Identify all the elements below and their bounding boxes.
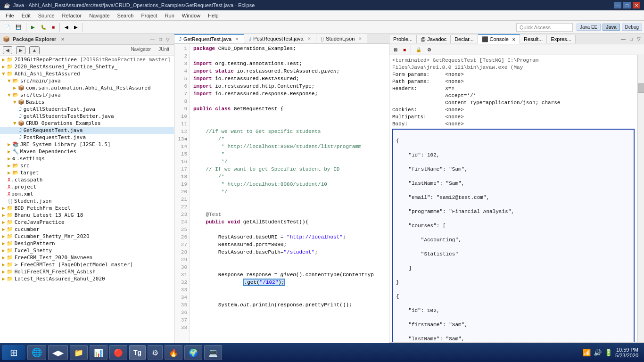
tree-item[interactable]: ▶ 📁 cucumber [0,226,174,233]
navigator-tab[interactable]: Navigator [129,46,153,54]
tree-item[interactable]: X .project [0,183,174,190]
menu-window[interactable]: Window [178,12,204,19]
tree-item[interactable]: ▶ 📁 BDD_FetchFrm_Excel [0,205,174,212]
tab-post-request[interactable]: J PostRequestTest.java ✕ [244,34,316,43]
tab-results[interactable]: Result... [520,35,547,43]
maximize-button[interactable]: □ [623,2,631,8]
tree-item[interactable]: ▶ ⚙ .settings [0,155,174,162]
close-panel-icon[interactable]: ✕ [61,37,65,42]
tree-item[interactable]: ▶ 📁 CoreJavaPractice [0,219,174,226]
tree-item[interactable]: ▼ 📂 src/main/java [0,77,174,84]
tab-close-icon[interactable]: ✕ [235,37,239,41]
run-button[interactable]: ▶ [29,23,37,31]
tree-item[interactable]: ▶ 📁 Bhanu_Latest_13_AUG_18 [0,212,174,219]
tree-item[interactable]: ▶ 📁 2019GitRepoPracticee [2019GitRepoPra… [0,56,174,63]
tree-item[interactable]: ▶ 🔧 Maven Dependencies [0,148,174,155]
taskbar-fire[interactable]: 🔥 [165,345,182,360]
taskbar-red[interactable]: 🔴 [109,345,127,360]
scroll-lock-button[interactable]: 🔒 [413,46,424,54]
close-button[interactable]: ✕ [633,2,640,8]
back-button[interactable]: ◀ [62,23,71,31]
taskbar-ie[interactable]: 🌐 [27,345,46,360]
tree-item[interactable]: ▶ 📁 Excel_Shetty [0,247,174,254]
perspective-javaee[interactable]: Java EE [577,24,601,31]
maximize-panel-button[interactable]: □ [157,36,163,42]
junit-tab[interactable]: JUnit [157,46,171,54]
taskbar-tg[interactable]: Tg [129,345,146,360]
menu-search[interactable]: Search [114,12,138,19]
tab-close-icon[interactable]: ✕ [358,36,362,41]
tab-javadoc[interactable]: @ Javadoc [417,35,451,43]
editor-area[interactable]: 12345 678910 111213◀1415 1617181920 2122… [174,44,389,348]
quick-access-box[interactable]: Quick Access [516,23,573,32]
taskbar-chrome[interactable]: 🌍 [184,345,202,360]
clear-console-button[interactable]: ⊠ [391,46,400,54]
taskbar-arrows[interactable]: ◀▶ [48,345,68,360]
nav-forward[interactable]: ▶ [16,46,25,54]
tree-item[interactable]: ▶ 📚 JRE System Library [J2SE-1.5] [0,141,174,148]
title-bar-controls[interactable]: — □ ✕ [614,2,640,8]
taskbar-excel[interactable]: 📊 [90,345,107,360]
tree-item[interactable]: ▶ 📦 com.sam.automation.Abhi_Ashi_RestAss… [0,84,174,91]
maximize-console-button[interactable]: □ [628,36,634,42]
panel-menu-button[interactable]: ▽ [165,36,171,42]
tree-item[interactable]: X .classpath [0,176,174,183]
perspective-java[interactable]: Java [603,24,619,31]
tree-item[interactable]: ▶ 📁 HoliFreeCRM_FreeCRM_Ashish [0,268,174,275]
taskbar-folder[interactable]: 📁 [70,345,88,360]
new-button[interactable]: 📄 [2,23,12,31]
tree-item[interactable]: ▶ 📁 FreeCRM_Test_2020_Navneen [0,254,174,261]
tree-item[interactable]: J getAllStudentsTest.java [0,106,174,113]
menu-navigate[interactable]: Navigate [85,12,113,19]
menu-help[interactable]: Help [204,12,223,19]
console-menu-button[interactable]: ▽ [636,36,642,42]
tree-item[interactable]: ▼ 📂 src/test/java [0,91,174,99]
tree-item[interactable]: ▼ 📦 CRUD_Operations_Examples [0,120,174,127]
tree-item[interactable]: ▶ 📁 DesignPattern [0,240,174,247]
start-button[interactable]: ⊞ [2,345,25,360]
tree-item[interactable]: ▶ 📁 > FreeCRMTest [PageObjectModel maste… [0,261,174,268]
nav-up[interactable]: ▲ [29,46,40,54]
debug-button[interactable]: 🐛 [38,23,49,31]
tree-item[interactable]: ▶ 📁 Cucumber_Shetty_Mar_2020 [0,233,174,240]
tab-student-json[interactable]: {} Student.json ✕ [316,34,368,43]
tree-item[interactable]: ▶ 📁 2020_RestAssured_Practice_Shetty_ [0,63,174,70]
code-editor[interactable]: package CRUD_Operations_Examples; import… [190,44,389,348]
tab-get-request[interactable]: J GetRequestTest.java ✕ [174,34,244,43]
menu-refactor[interactable]: Refactor [58,12,86,19]
stop-console-button[interactable]: ■ [401,46,408,54]
tree-item[interactable]: J PostRequestTest.java [0,134,174,141]
tab-console[interactable]: ⬛ Console ✕ [478,34,520,44]
tab-close-icon[interactable]: ✕ [512,37,516,42]
menu-run[interactable]: Run [161,12,178,19]
tree-item[interactable]: ▼ 📦 Basics [0,99,174,106]
console-scrollbar[interactable] [637,55,644,342]
nav-back[interactable]: ◀ [3,46,12,54]
tab-declaration[interactable]: Declar... [451,35,478,43]
menu-file[interactable]: File [2,12,18,19]
tree-item[interactable]: J getAllStudentsTestBetter.java [0,113,174,120]
minimize-panel-button[interactable]: — [149,36,156,42]
tree-item-selected[interactable]: J GetRequestTest.java [0,127,174,134]
stop-button[interactable]: ■ [50,23,57,31]
tree-item[interactable]: ▶ 📂 target [0,169,174,176]
tree-item[interactable]: X pom.xml [0,190,174,197]
tree-item[interactable]: {} Student.json [0,197,174,205]
taskbar-gear[interactable]: ⚙ [148,345,163,360]
save-button[interactable]: 💾 [13,23,24,31]
menu-edit[interactable]: Edit [18,12,34,19]
tree-item[interactable]: ▶ 📁 Latest_RestAssured_Rahul_2020 [0,275,174,282]
console-settings-button[interactable]: ⚙ [425,46,434,54]
tree-item[interactable]: ▶ 📂 src [0,162,174,169]
taskbar-cmd[interactable]: 💻 [204,345,222,360]
forward-button[interactable]: ▶ [72,23,80,31]
tab-expressions[interactable]: Expres... [547,35,575,43]
tab-close-icon[interactable]: ✕ [307,36,311,41]
menu-project[interactable]: Project [137,12,161,19]
menu-source[interactable]: Source [34,12,58,19]
tree-item[interactable]: ▼ 📁 Abhi_Ashi_RestAssured [0,70,174,77]
perspective-debug[interactable]: Debug [622,24,642,31]
minimize-button[interactable]: — [614,2,621,8]
tab-problems[interactable]: Proble... [389,35,417,43]
minimize-console-button[interactable]: — [619,36,627,42]
